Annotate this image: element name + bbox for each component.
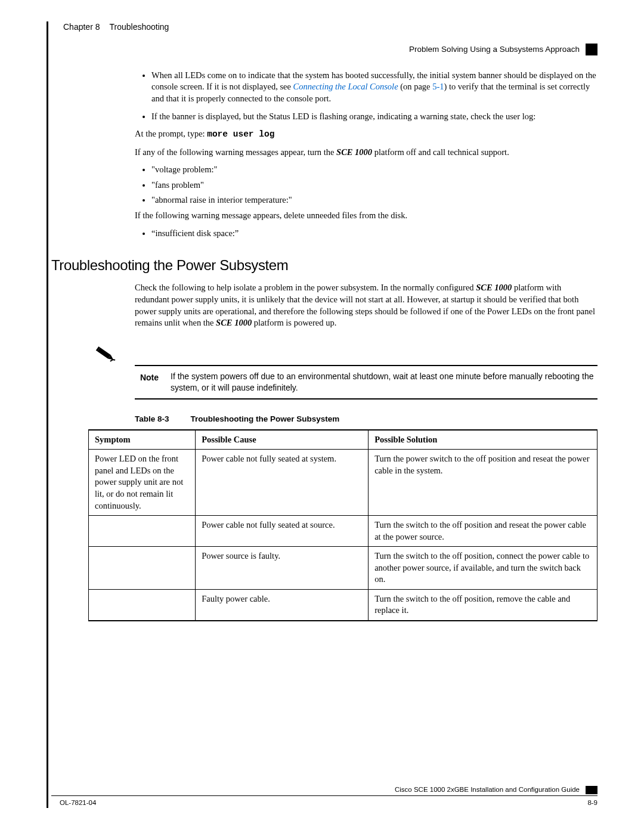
cross-ref-link[interactable]: Connecting the Local Console (293, 82, 398, 91)
table-row: Power LED on the front panel and LEDs on… (89, 450, 597, 516)
table-number: Table 8-3 (135, 414, 169, 425)
chapter-title: Troubleshooting (109, 21, 169, 33)
col-cause: Possible Cause (196, 430, 369, 450)
body-text: If the banner is displayed, but the Stat… (151, 112, 535, 121)
body-text: Check the following to help isolate a pr… (135, 283, 476, 292)
warning-intro: If any of the following warning messages… (135, 147, 597, 159)
cell-symptom: Power LED on the front panel and LEDs on… (89, 450, 196, 516)
main-content: When all LEDs come on to indicate that t… (51, 70, 597, 621)
page-header: Chapter 8 Troubleshooting Problem Solvin… (51, 21, 597, 55)
page-number: 8-9 (587, 798, 597, 808)
section-title: Problem Solving Using a Subsystems Appro… (409, 44, 580, 55)
cell-cause: Power cable not fully seated at system. (196, 450, 369, 516)
body-text: If any of the following warning messages… (135, 147, 336, 157)
list-item: “insufficient disk space:” (151, 228, 597, 240)
svg-rect-0 (97, 347, 111, 358)
cell-solution: Turn the switch to the off position and … (369, 516, 597, 547)
note-label: Note (135, 371, 159, 383)
cell-cause: Faulty power cable. (196, 589, 369, 621)
warning-text: "fans problem" (151, 180, 204, 190)
cell-symptom (89, 589, 196, 621)
note-row: Note If the system powers off due to an … (135, 366, 597, 398)
doc-id: OL-7821-04 (60, 798, 96, 808)
warning-text: "voltage problem:" (151, 165, 218, 174)
table-title: Troubleshooting the Power Subsystem (191, 414, 340, 425)
cell-solution: Turn the switch to the off position, rem… (369, 589, 597, 621)
section-heading: Troubleshooting the Power Subsystem (51, 256, 597, 275)
footer-guide-row: Cisco SCE 1000 2xGBE Installation and Co… (51, 785, 597, 797)
disk-bullet-list: “insufficient disk space:” (135, 228, 597, 240)
power-intro: Check the following to help isolate a pr… (135, 282, 597, 329)
cell-solution: Turn the power switch to the off positio… (369, 450, 597, 516)
table-header-row: Symptom Possible Cause Possible Solution (89, 430, 597, 450)
warning-text: “insufficient disk space:” (151, 228, 239, 238)
cell-symptom (89, 516, 196, 547)
cell-solution: Turn the switch to the off position, con… (369, 547, 597, 590)
platform-name: SCE 1000 (216, 318, 252, 327)
cell-cause: Power cable not fully seated at source. (196, 516, 369, 547)
table-row: Power cable not fully seated at source. … (89, 516, 597, 547)
note-text: If the system powers off due to an envir… (171, 371, 597, 394)
list-item: "abnormal raise in interior temperature:… (151, 194, 597, 206)
footer-doc-row: OL-7821-04 8-9 (51, 796, 597, 808)
list-item: "fans problem" (151, 179, 597, 191)
cell-symptom (89, 547, 196, 590)
command-text: more user log (207, 129, 274, 139)
table-caption: Table 8-3 Troubleshooting the Power Subs… (135, 414, 597, 425)
page: Chapter 8 Troubleshooting Problem Solvin… (0, 0, 644, 833)
body-text: platform off and call technical support. (372, 147, 509, 157)
guide-title: Cisco SCE 1000 2xGBE Installation and Co… (395, 785, 580, 795)
cross-ref-page[interactable]: 5-1 (432, 82, 444, 91)
cell-cause: Power source is faulty. (196, 547, 369, 590)
table-row: Power source is faulty. Turn the switch … (89, 547, 597, 590)
platform-name: SCE 1000 (336, 147, 372, 157)
warning-text: "abnormal raise in interior temperature:… (151, 195, 292, 205)
note-rule-bottom (135, 398, 597, 400)
body-text: (on page (398, 82, 433, 91)
note-block: Note If the system powers off due to an … (88, 343, 597, 400)
header-section-row: Problem Solving Using a Subsystems Appro… (63, 44, 597, 55)
col-solution: Possible Solution (369, 430, 597, 450)
list-item: If the banner is displayed, but the Stat… (151, 111, 597, 123)
troubleshoot-table: Symptom Possible Cause Possible Solution… (88, 429, 597, 621)
note-pencil-icon (88, 343, 123, 365)
prompt-line: At the prompt, type: more user log (135, 128, 597, 141)
footer-marker-icon (586, 786, 597, 794)
left-margin-rule (47, 21, 48, 808)
header-top-row: Chapter 8 Troubleshooting (63, 21, 597, 33)
header-marker-icon (586, 44, 597, 55)
chapter-number: Chapter 8 (63, 21, 100, 33)
warning-messages-list: "voltage problem:" "fans problem" "abnor… (135, 164, 597, 206)
list-item: "voltage problem:" (151, 164, 597, 176)
page-footer: Cisco SCE 1000 2xGBE Installation and Co… (51, 785, 597, 808)
disk-intro: If the following warning message appears… (135, 210, 597, 222)
boot-bullet-list: When all LEDs come on to indicate that t… (135, 70, 597, 122)
table-row: Faulty power cable. Turn the switch to t… (89, 589, 597, 621)
platform-name: SCE 1000 (476, 283, 512, 292)
body-text: platform is powered up. (252, 318, 336, 327)
list-item: When all LEDs come on to indicate that t… (151, 70, 597, 105)
body-text: At the prompt, type: (135, 129, 207, 138)
col-symptom: Symptom (89, 430, 196, 450)
